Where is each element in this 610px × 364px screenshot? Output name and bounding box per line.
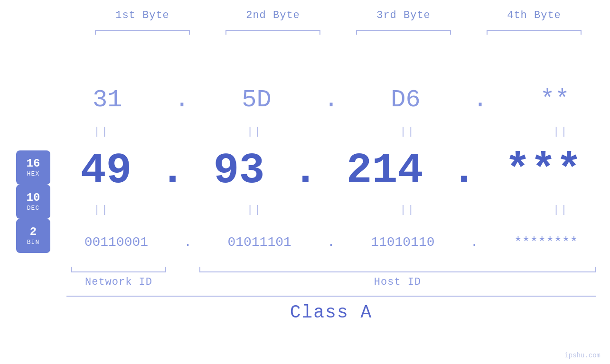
eq1-2: || — [247, 126, 262, 138]
byte3-header: 3rd Byte — [351, 9, 456, 21]
network-id-label: Network ID — [85, 276, 152, 288]
bin-badge-label: BIN — [27, 239, 39, 246]
watermark: ipshu.com — [564, 352, 601, 359]
class-section: Class A — [66, 296, 596, 323]
hex-val-2: 5D — [242, 86, 271, 114]
dot-hex-3: . — [473, 86, 488, 114]
eq1-3: || — [400, 126, 415, 138]
dec-row: 49 . 93 . 214 . *** — [66, 145, 596, 197]
equals-row-2: || || || || — [66, 197, 596, 223]
eq2-4: || — [553, 204, 568, 216]
bin-val-2: 01011101 — [227, 235, 291, 250]
dot-bin-2: . — [327, 235, 335, 250]
dec-val-3: 214 — [346, 147, 423, 195]
bottom-brackets-row: Network ID Host ID — [66, 263, 596, 288]
hex-row: 31 . 5D . D6 . ** — [66, 81, 596, 119]
top-brackets — [77, 25, 600, 35]
dec-val-4: *** — [505, 147, 582, 195]
equals-row-1: || || || || — [66, 119, 596, 145]
byte4-header: 4th Byte — [482, 9, 586, 21]
dot-hex-1: . — [175, 86, 189, 114]
dec-val-1: 49 — [80, 147, 131, 195]
eq2-3: || — [400, 204, 415, 216]
dec-badge-num: 10 — [27, 192, 40, 204]
bin-val-4: ******** — [514, 235, 578, 250]
eq2-1: || — [94, 204, 109, 216]
class-bracket — [66, 296, 596, 297]
hex-val-4: ** — [540, 86, 569, 114]
network-id-section: Network ID — [66, 263, 171, 288]
bracket-byte2 — [225, 25, 320, 35]
main-container: 1st Byte 2nd Byte 3rd Byte 4th Byte 16 H… — [0, 0, 610, 364]
dot-hex-2: . — [324, 86, 338, 114]
hex-val-1: 31 — [93, 86, 122, 114]
dot-bin-3: . — [470, 235, 479, 250]
dot-dec-2: . — [292, 147, 318, 195]
host-id-label: Host ID — [374, 276, 421, 288]
dec-badge: 10 DEC — [16, 185, 50, 219]
hex-badge-label: HEX — [27, 170, 39, 177]
content-wrapper: 16 HEX 10 DEC 2 BIN 31 . 5D . D6 . ** — [0, 39, 610, 364]
byte1-header: 1st Byte — [90, 9, 195, 21]
dot-bin-1: . — [184, 235, 192, 250]
bracket-byte1 — [95, 25, 190, 35]
host-id-bracket — [199, 263, 596, 272]
byte2-header: 2nd Byte — [221, 9, 325, 21]
data-display: 31 . 5D . D6 . ** || || || || 49 — [66, 81, 610, 323]
hex-badge-num: 16 — [27, 158, 40, 170]
dot-dec-3: . — [451, 147, 477, 195]
badges-column: 16 HEX 10 DEC 2 BIN — [0, 150, 66, 253]
class-label: Class A — [66, 302, 596, 323]
bin-val-3: 11010110 — [371, 235, 434, 250]
bracket-byte4 — [487, 25, 582, 35]
hex-badge: 16 HEX — [16, 150, 50, 185]
bin-val-1: 00110001 — [84, 235, 148, 250]
bin-badge: 2 BIN — [16, 219, 50, 253]
bin-row: 00110001 . 01011101 . 11010110 . *******… — [66, 223, 596, 261]
hex-val-3: D6 — [391, 86, 420, 114]
eq1-4: || — [553, 126, 568, 138]
dec-badge-label: DEC — [27, 205, 39, 212]
dec-val-2: 93 — [213, 147, 264, 195]
bin-badge-num: 2 — [30, 226, 37, 238]
eq1-1: || — [94, 126, 109, 138]
eq2-2: || — [247, 204, 262, 216]
host-id-section: Host ID — [199, 263, 596, 288]
network-id-bracket — [71, 263, 166, 272]
bracket-byte3 — [356, 25, 451, 35]
byte-headers: 1st Byte 2nd Byte 3rd Byte 4th Byte — [77, 9, 600, 21]
dot-dec-1: . — [160, 147, 185, 195]
